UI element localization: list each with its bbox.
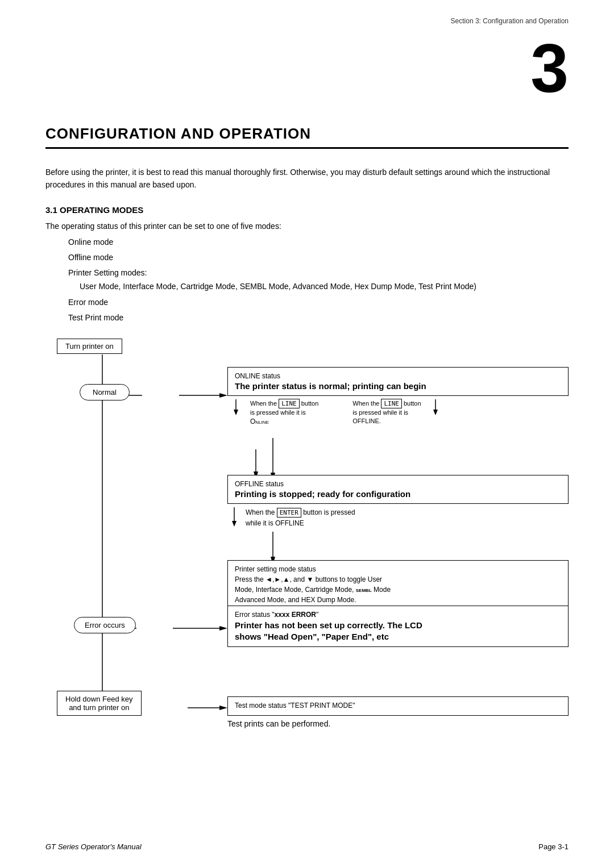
online-label: Online [250,418,269,425]
feed-key-box: Hold down Feed key and turn printer on [57,691,142,716]
down-arrow-right [427,399,444,416]
test-mode-content: Test mode status "TEST PRINT MODE" Test … [227,696,569,728]
svg-marker-6 [219,626,227,631]
normal-box: Normal [80,384,130,400]
section-header: Section 3: Configuration and Operation [451,17,569,25]
enter-desc-text: When the ENTER button is pressed while i… [246,507,355,528]
svg-marker-19 [433,410,438,415]
offline-status-box: OFFLINE status Printing is stopped; read… [227,475,569,504]
enter-down-arrow [227,507,241,528]
line-btn-label2: LINE [381,399,402,408]
line-btn-online-desc: When the LINE button is pressed while it… [250,399,318,427]
error-box: Error occurs [74,617,136,633]
list-item: Printer Setting modes: User Mode, Interf… [68,266,569,293]
chapter-number: 3 [530,34,569,102]
intro-text: Before using the printer, it is best to … [45,166,569,191]
test-mode-box: Test mode status "TEST PRINT MODE" [227,696,569,716]
section-header-text: Section 3: Configuration and Operation [451,17,569,25]
submodes-text: User Mode, Interface Mode, Cartridge Mod… [68,280,569,293]
list-item: Offline mode [68,251,569,265]
line-buttons-row: When the LINE button is pressed while it… [227,399,569,427]
list-item: Test Print mode [68,311,569,325]
printer-setting-box: Printer setting mode status Press the ◄,… [227,560,569,610]
test-mode-label: Test mode status "TEST PRINT MODE" [235,702,561,710]
page: Section 3: Configuration and Operation 3… [0,0,614,868]
line-btn-label: LINE [279,399,300,408]
list-item: Online mode [68,235,569,249]
test-mode-main: Test prints can be performed. [227,719,569,728]
enter-btn-label: ENTER [277,508,301,518]
line-btn-offline-desc: When the LINE button is pressed while it… [352,399,421,425]
diagram-area: Turn printer on Normal Error occurs Hold… [45,339,569,770]
down-arrow-left [227,399,244,416]
section-31-title: 3.1 OPERATING MODES [45,205,569,215]
online-status-content: ONLINE status The printer status is norm… [227,367,569,427]
svg-marker-3 [219,393,227,398]
error-status-box: Error status "xxxx ERROR" Printer has no… [227,606,569,647]
offline-label: OFFLINE. [352,418,381,424]
footer-left: GT Series Operator's Manual [45,842,142,851]
online-status-box: ONLINE status The printer status is norm… [227,367,569,396]
printer-setting-label: Printer setting mode status [235,565,561,573]
chapter-title: CONFIGURATION AND OPERATION [45,125,569,149]
svg-marker-17 [234,410,238,415]
error-status-content: Error status "xxxx ERROR" Printer has no… [227,606,569,650]
svg-marker-9 [219,706,227,710]
offline-status-label: OFFLINE status [235,480,561,488]
offline-status-main: Printing is stopped; ready for configura… [235,489,561,499]
printer-setting-text: Press the ◄,►,▲, and ▼ buttons to toggle… [235,574,561,605]
online-status-label: ONLINE status [235,372,561,380]
footer-page: Page 3-1 [538,842,569,851]
modes-intro: The operating status of this printer can… [45,222,569,231]
enter-btn-desc: When the ENTER button is pressed while i… [227,507,569,528]
online-status-main: The printer status is normal; printing c… [235,381,561,391]
error-status-main: Printer has not been set up correctly. T… [235,620,561,642]
modes-list: Online mode Offline mode Printer Setting… [45,235,569,325]
list-item: Error mode [68,295,569,310]
error-status-label: Error status "xxxx ERROR" [235,611,561,619]
turn-on-box: Turn printer on [57,339,122,354]
footer: GT Series Operator's Manual Page 3-1 [45,842,569,851]
offline-status-content: OFFLINE status Printing is stopped; read… [227,475,569,528]
svg-marker-21 [232,521,237,527]
